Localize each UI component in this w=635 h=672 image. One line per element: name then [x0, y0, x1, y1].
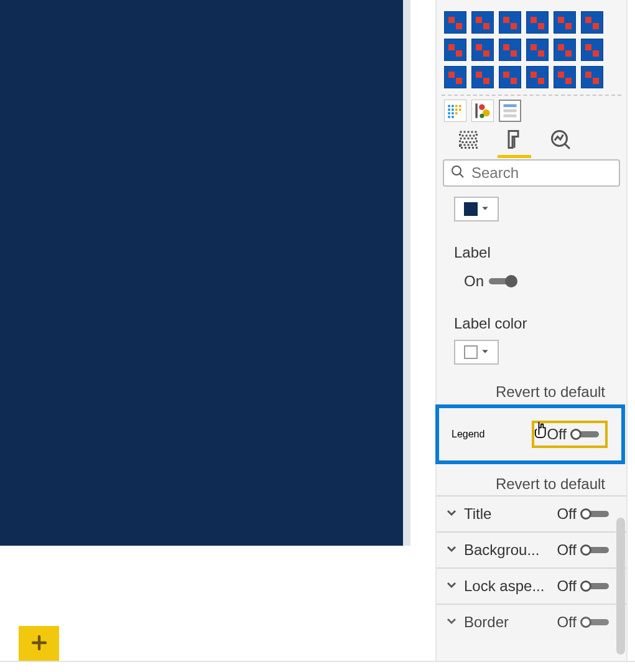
toggle-state-text: Off: [547, 426, 567, 443]
bottom-border: [0, 661, 635, 662]
viz-tile[interactable]: [554, 39, 576, 61]
toggle-track: [489, 278, 516, 284]
svg-rect-2: [448, 112, 450, 114]
toggle-thumb: [580, 581, 591, 592]
visualization-gallery: [442, 7, 621, 96]
svg-rect-6: [452, 112, 454, 114]
toggle-thumb: [570, 429, 582, 440]
viz-tile[interactable]: [444, 66, 466, 88]
viz-tile[interactable]: [554, 11, 576, 34]
svg-rect-1: [448, 109, 450, 111]
legend-toggle-focused[interactable]: Off: [532, 421, 608, 448]
color-swatch: [464, 345, 478, 359]
canvas-blank-area: [0, 546, 410, 661]
section-label: Lock aspe...: [464, 577, 544, 595]
toggle-track: [572, 431, 599, 437]
toggle-state-text: Off: [557, 541, 577, 559]
svg-rect-20: [460, 132, 477, 136]
svg-rect-22: [460, 145, 477, 148]
color-dropdown-label[interactable]: [454, 340, 499, 365]
color-dropdown-primary[interactable]: [454, 197, 499, 222]
pane-scrollbar[interactable]: [616, 518, 625, 655]
canvas-divider: [403, 0, 410, 546]
viz-tile[interactable]: [499, 39, 521, 61]
viz-tile[interactable]: [471, 39, 494, 61]
viz-tile[interactable]: [526, 66, 549, 88]
analytics-tab[interactable]: [546, 127, 575, 154]
legend-section-highlighted: Legend Off: [435, 404, 625, 464]
section-title[interactable]: Title Off: [437, 495, 626, 531]
chevron-down-icon: [445, 579, 458, 594]
toggle-thumb: [580, 617, 591, 628]
viz-tile[interactable]: [471, 66, 494, 88]
svg-rect-13: [475, 103, 478, 118]
viz-tile[interactable]: [581, 66, 603, 88]
section-background[interactable]: Backgrou... Off: [437, 531, 626, 567]
label-color-heading: Label color: [454, 315, 626, 332]
toggle-track: [582, 619, 609, 625]
section-label: Backgrou...: [464, 541, 539, 559]
svg-rect-8: [455, 105, 458, 108]
viz-tile[interactable]: [554, 66, 576, 88]
chevron-down-icon: [445, 506, 458, 521]
toggle-state-text: Off: [557, 577, 577, 595]
toggle-track: [582, 547, 609, 553]
section-lock-aspect[interactable]: Lock aspe... Off: [437, 567, 626, 604]
chevron-down-icon: [445, 615, 458, 630]
viz-tile[interactable]: [471, 11, 494, 34]
section-toggle[interactable]: Off: [557, 577, 609, 595]
svg-rect-0: [448, 105, 450, 108]
report-canvas[interactable]: [0, 0, 403, 546]
section-toggle[interactable]: Off: [557, 541, 609, 559]
viz-tile[interactable]: [499, 11, 521, 34]
section-border[interactable]: Border Off: [437, 604, 626, 640]
viz-tile[interactable]: [499, 66, 521, 88]
svg-rect-9: [455, 109, 458, 111]
svg-rect-7: [452, 116, 454, 118]
svg-rect-5: [452, 109, 454, 111]
section-toggle[interactable]: Off: [557, 614, 609, 631]
svg-rect-4: [452, 105, 454, 108]
svg-rect-3: [448, 116, 450, 118]
svg-point-24: [452, 166, 461, 175]
add-page-button[interactable]: [19, 626, 59, 661]
svg-rect-12: [459, 109, 461, 111]
viz-tile-dots[interactable]: [444, 100, 466, 122]
viz-tile[interactable]: [444, 39, 466, 61]
viz-tile[interactable]: [526, 11, 549, 34]
format-tab-icon: [503, 128, 526, 153]
viz-tile[interactable]: [581, 39, 603, 61]
toggle-thumb: [505, 275, 517, 287]
svg-rect-18: [504, 110, 517, 113]
toggle-track: [582, 583, 609, 589]
legend-label: Legend: [452, 429, 484, 440]
viz-tile[interactable]: [444, 11, 466, 34]
toggle-thumb: [580, 544, 591, 556]
toggle-state-text: On: [464, 273, 484, 290]
svg-rect-19: [504, 114, 517, 118]
section-label: Title: [464, 505, 491, 523]
pane-tabs: [454, 127, 626, 154]
viz-tile-circles[interactable]: [471, 100, 494, 122]
fields-tab[interactable]: [454, 127, 483, 154]
toggle-state-text: Off: [557, 505, 577, 523]
chevron-down-icon: [481, 203, 489, 215]
svg-point-14: [479, 105, 484, 110]
analytics-tab-icon: [549, 128, 572, 153]
svg-rect-10: [455, 112, 458, 114]
viz-tile-list[interactable]: [499, 100, 521, 122]
revert-link[interactable]: Revert to default: [437, 383, 605, 401]
search-box[interactable]: [443, 159, 620, 187]
format-pane: Label On Label color Revert to default L…: [435, 0, 628, 661]
label-toggle[interactable]: On: [464, 273, 516, 290]
visualization-gallery-extra: [444, 100, 619, 122]
revert-link[interactable]: Revert to default: [437, 475, 605, 493]
section-toggle[interactable]: Off: [557, 505, 609, 523]
viz-tile[interactable]: [526, 39, 549, 61]
viz-tile[interactable]: [581, 11, 603, 34]
format-tab[interactable]: [500, 127, 529, 154]
plus-icon: [30, 630, 49, 656]
svg-rect-21: [460, 139, 477, 142]
legend-toggle[interactable]: Off: [538, 426, 599, 443]
search-input[interactable]: [471, 164, 613, 182]
